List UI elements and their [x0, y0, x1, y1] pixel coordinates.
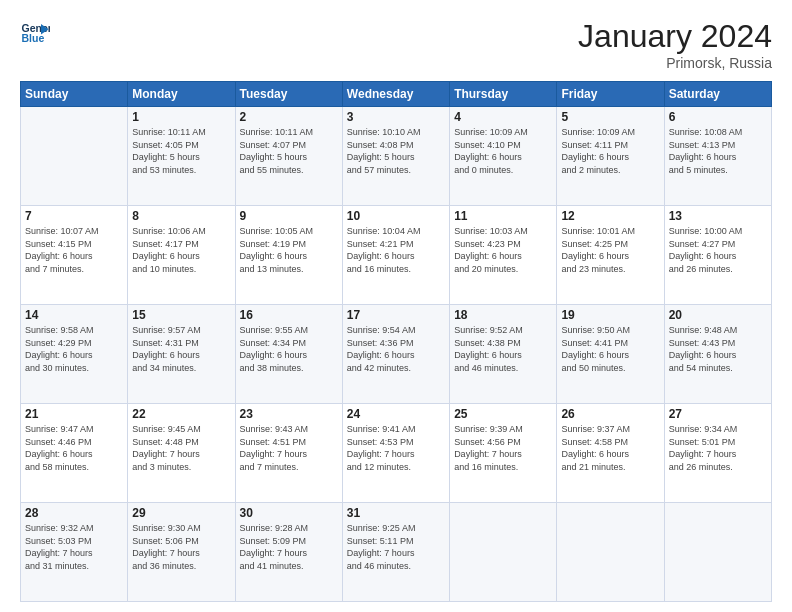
calendar-cell: 3Sunrise: 10:10 AM Sunset: 4:08 PM Dayli… — [342, 107, 449, 206]
calendar-cell: 13Sunrise: 10:00 AM Sunset: 4:27 PM Dayl… — [664, 206, 771, 305]
day-number: 15 — [132, 308, 230, 322]
calendar-cell: 5Sunrise: 10:09 AM Sunset: 4:11 PM Dayli… — [557, 107, 664, 206]
calendar-cell: 22Sunrise: 9:45 AM Sunset: 4:48 PM Dayli… — [128, 404, 235, 503]
day-info: Sunrise: 9:58 AM Sunset: 4:29 PM Dayligh… — [25, 324, 123, 374]
day-info: Sunrise: 9:48 AM Sunset: 4:43 PM Dayligh… — [669, 324, 767, 374]
day-number: 1 — [132, 110, 230, 124]
day-info: Sunrise: 10:05 AM Sunset: 4:19 PM Daylig… — [240, 225, 338, 275]
day-number: 26 — [561, 407, 659, 421]
calendar-cell: 10Sunrise: 10:04 AM Sunset: 4:21 PM Dayl… — [342, 206, 449, 305]
day-info: Sunrise: 10:04 AM Sunset: 4:21 PM Daylig… — [347, 225, 445, 275]
day-info: Sunrise: 10:11 AM Sunset: 4:07 PM Daylig… — [240, 126, 338, 176]
day-number: 3 — [347, 110, 445, 124]
calendar-cell: 20Sunrise: 9:48 AM Sunset: 4:43 PM Dayli… — [664, 305, 771, 404]
week-row-3: 14Sunrise: 9:58 AM Sunset: 4:29 PM Dayli… — [21, 305, 772, 404]
main-title: January 2024 — [578, 18, 772, 55]
header: General Blue January 2024 Primorsk, Russ… — [20, 18, 772, 71]
day-info: Sunrise: 9:28 AM Sunset: 5:09 PM Dayligh… — [240, 522, 338, 572]
day-number: 30 — [240, 506, 338, 520]
day-number: 11 — [454, 209, 552, 223]
day-info: Sunrise: 10:09 AM Sunset: 4:10 PM Daylig… — [454, 126, 552, 176]
day-number: 2 — [240, 110, 338, 124]
calendar-cell: 6Sunrise: 10:08 AM Sunset: 4:13 PM Dayli… — [664, 107, 771, 206]
day-number: 28 — [25, 506, 123, 520]
day-info: Sunrise: 9:39 AM Sunset: 4:56 PM Dayligh… — [454, 423, 552, 473]
weekday-header-row: SundayMondayTuesdayWednesdayThursdayFrid… — [21, 82, 772, 107]
day-info: Sunrise: 10:09 AM Sunset: 4:11 PM Daylig… — [561, 126, 659, 176]
calendar-cell: 21Sunrise: 9:47 AM Sunset: 4:46 PM Dayli… — [21, 404, 128, 503]
calendar-cell: 9Sunrise: 10:05 AM Sunset: 4:19 PM Dayli… — [235, 206, 342, 305]
calendar-cell — [664, 503, 771, 602]
calendar-cell: 12Sunrise: 10:01 AM Sunset: 4:25 PM Dayl… — [557, 206, 664, 305]
svg-text:Blue: Blue — [22, 32, 45, 44]
subtitle: Primorsk, Russia — [578, 55, 772, 71]
page: General Blue January 2024 Primorsk, Russ… — [0, 0, 792, 612]
day-info: Sunrise: 10:11 AM Sunset: 4:05 PM Daylig… — [132, 126, 230, 176]
week-row-4: 21Sunrise: 9:47 AM Sunset: 4:46 PM Dayli… — [21, 404, 772, 503]
day-number: 22 — [132, 407, 230, 421]
day-number: 21 — [25, 407, 123, 421]
calendar-cell: 7Sunrise: 10:07 AM Sunset: 4:15 PM Dayli… — [21, 206, 128, 305]
day-info: Sunrise: 9:57 AM Sunset: 4:31 PM Dayligh… — [132, 324, 230, 374]
calendar-cell: 1Sunrise: 10:11 AM Sunset: 4:05 PM Dayli… — [128, 107, 235, 206]
calendar-cell: 25Sunrise: 9:39 AM Sunset: 4:56 PM Dayli… — [450, 404, 557, 503]
day-number: 23 — [240, 407, 338, 421]
calendar-cell: 8Sunrise: 10:06 AM Sunset: 4:17 PM Dayli… — [128, 206, 235, 305]
day-number: 20 — [669, 308, 767, 322]
day-info: Sunrise: 10:07 AM Sunset: 4:15 PM Daylig… — [25, 225, 123, 275]
weekday-header-saturday: Saturday — [664, 82, 771, 107]
weekday-header-friday: Friday — [557, 82, 664, 107]
day-info: Sunrise: 9:32 AM Sunset: 5:03 PM Dayligh… — [25, 522, 123, 572]
day-number: 13 — [669, 209, 767, 223]
day-number: 9 — [240, 209, 338, 223]
day-info: Sunrise: 9:25 AM Sunset: 5:11 PM Dayligh… — [347, 522, 445, 572]
day-number: 4 — [454, 110, 552, 124]
calendar-cell — [21, 107, 128, 206]
calendar-cell: 15Sunrise: 9:57 AM Sunset: 4:31 PM Dayli… — [128, 305, 235, 404]
day-number: 29 — [132, 506, 230, 520]
title-block: January 2024 Primorsk, Russia — [578, 18, 772, 71]
weekday-header-tuesday: Tuesday — [235, 82, 342, 107]
calendar-cell: 17Sunrise: 9:54 AM Sunset: 4:36 PM Dayli… — [342, 305, 449, 404]
day-number: 6 — [669, 110, 767, 124]
calendar-cell: 29Sunrise: 9:30 AM Sunset: 5:06 PM Dayli… — [128, 503, 235, 602]
day-number: 17 — [347, 308, 445, 322]
calendar-cell — [450, 503, 557, 602]
day-number: 12 — [561, 209, 659, 223]
day-info: Sunrise: 9:45 AM Sunset: 4:48 PM Dayligh… — [132, 423, 230, 473]
calendar-cell: 18Sunrise: 9:52 AM Sunset: 4:38 PM Dayli… — [450, 305, 557, 404]
day-info: Sunrise: 9:37 AM Sunset: 4:58 PM Dayligh… — [561, 423, 659, 473]
calendar-cell: 4Sunrise: 10:09 AM Sunset: 4:10 PM Dayli… — [450, 107, 557, 206]
day-info: Sunrise: 9:54 AM Sunset: 4:36 PM Dayligh… — [347, 324, 445, 374]
day-number: 25 — [454, 407, 552, 421]
day-info: Sunrise: 10:10 AM Sunset: 4:08 PM Daylig… — [347, 126, 445, 176]
day-number: 19 — [561, 308, 659, 322]
day-info: Sunrise: 9:30 AM Sunset: 5:06 PM Dayligh… — [132, 522, 230, 572]
day-number: 5 — [561, 110, 659, 124]
calendar-cell — [557, 503, 664, 602]
weekday-header-sunday: Sunday — [21, 82, 128, 107]
calendar-cell: 16Sunrise: 9:55 AM Sunset: 4:34 PM Dayli… — [235, 305, 342, 404]
weekday-header-monday: Monday — [128, 82, 235, 107]
day-info: Sunrise: 10:06 AM Sunset: 4:17 PM Daylig… — [132, 225, 230, 275]
calendar-cell: 24Sunrise: 9:41 AM Sunset: 4:53 PM Dayli… — [342, 404, 449, 503]
day-info: Sunrise: 10:00 AM Sunset: 4:27 PM Daylig… — [669, 225, 767, 275]
week-row-1: 1Sunrise: 10:11 AM Sunset: 4:05 PM Dayli… — [21, 107, 772, 206]
day-number: 7 — [25, 209, 123, 223]
day-number: 14 — [25, 308, 123, 322]
calendar-cell: 30Sunrise: 9:28 AM Sunset: 5:09 PM Dayli… — [235, 503, 342, 602]
calendar-cell: 19Sunrise: 9:50 AM Sunset: 4:41 PM Dayli… — [557, 305, 664, 404]
calendar-cell: 23Sunrise: 9:43 AM Sunset: 4:51 PM Dayli… — [235, 404, 342, 503]
day-info: Sunrise: 10:01 AM Sunset: 4:25 PM Daylig… — [561, 225, 659, 275]
calendar-cell: 31Sunrise: 9:25 AM Sunset: 5:11 PM Dayli… — [342, 503, 449, 602]
calendar-table: SundayMondayTuesdayWednesdayThursdayFrid… — [20, 81, 772, 602]
day-info: Sunrise: 9:41 AM Sunset: 4:53 PM Dayligh… — [347, 423, 445, 473]
day-number: 16 — [240, 308, 338, 322]
day-info: Sunrise: 9:52 AM Sunset: 4:38 PM Dayligh… — [454, 324, 552, 374]
day-info: Sunrise: 9:50 AM Sunset: 4:41 PM Dayligh… — [561, 324, 659, 374]
logo-icon: General Blue — [20, 18, 50, 48]
day-number: 10 — [347, 209, 445, 223]
week-row-2: 7Sunrise: 10:07 AM Sunset: 4:15 PM Dayli… — [21, 206, 772, 305]
day-info: Sunrise: 9:34 AM Sunset: 5:01 PM Dayligh… — [669, 423, 767, 473]
day-number: 18 — [454, 308, 552, 322]
